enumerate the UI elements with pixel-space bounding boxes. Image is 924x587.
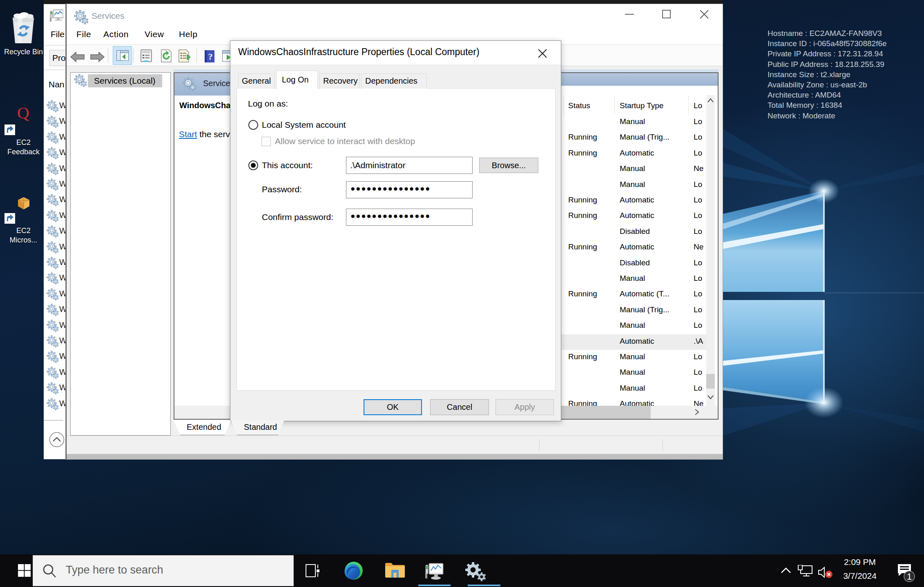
svg-text:?: ? (208, 51, 213, 62)
svg-text:1: 1 (907, 571, 912, 582)
